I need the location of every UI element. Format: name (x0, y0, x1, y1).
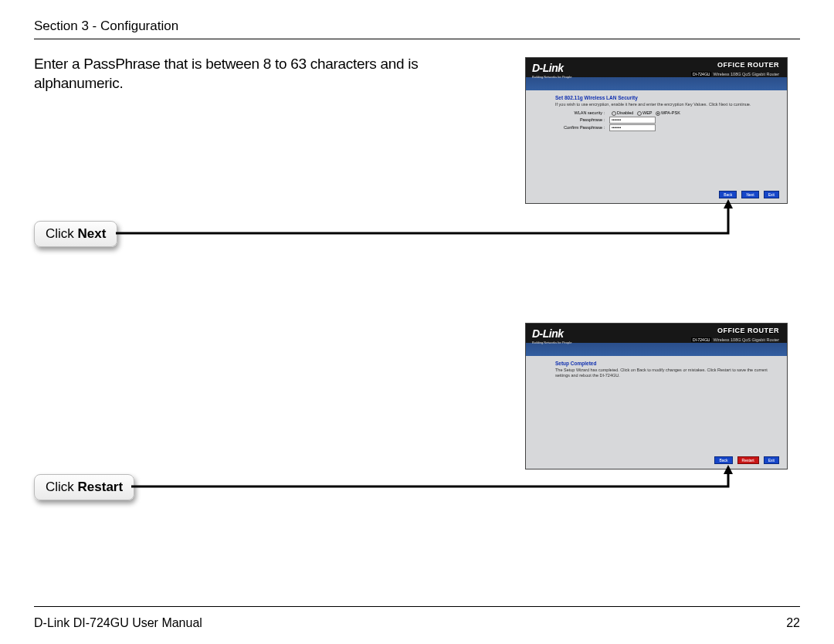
model-pill: DI-724GU (691, 337, 712, 342)
model-text: Wireless 108G QoS Gigabit Router (713, 72, 779, 76)
next-button[interactable]: Next (741, 191, 758, 198)
instruction-text: Enter a PassPhrase that is between 8 to … (34, 55, 436, 93)
divider-bottom (34, 606, 800, 607)
wlan-security-text: If you wish to use encryption, enable it… (555, 102, 779, 107)
callout-click-restart: Click Restart (34, 474, 134, 500)
wlan-security-label: WLAN security : (555, 110, 609, 115)
radio-wep[interactable] (637, 111, 642, 116)
callout-bold: Next (78, 226, 107, 241)
back-button[interactable]: Back (714, 456, 732, 464)
router-body: Set 802.11g Wireless LAN Security If you… (526, 90, 787, 203)
radio-wpa-psk-label: WPA-PSK (661, 110, 680, 115)
radio-wpa-psk[interactable] (656, 111, 660, 116)
router-screenshot-1: D-Link Building Networks for People OFFI… (525, 57, 788, 204)
passphrase-input[interactable] (609, 117, 656, 124)
confirm-passphrase-input[interactable] (609, 124, 656, 131)
back-button[interactable]: Back (719, 191, 737, 198)
exit-button[interactable]: Exit (764, 456, 779, 464)
radio-wep-label: WEP (642, 110, 652, 115)
wlan-security-radios: Disabled WEP WPA-PSK (609, 110, 680, 116)
radio-disabled[interactable] (612, 111, 616, 116)
router-body: Setup Completed The Setup Wizard has com… (526, 356, 787, 469)
router-header: D-Link Building Networks for People OFFI… (526, 58, 787, 90)
callout-prefix: Click (46, 226, 78, 241)
footer-manual-title: D-Link DI-724GU User Manual (34, 616, 202, 630)
router-screenshot-2: D-Link Building Networks for People OFFI… (525, 323, 788, 469)
passphrase-label: Passphrase : (555, 117, 609, 122)
callout-prefix: Click (46, 480, 78, 494)
section-header: Section 3 - Configuration (34, 19, 800, 34)
office-router-title: OFFICE ROUTER (717, 61, 779, 69)
dlink-logo: D-Link (532, 327, 564, 340)
exit-button[interactable]: Exit (764, 191, 779, 198)
wlan-security-row: WLAN security : Disabled WEP WPA-PSK (555, 110, 779, 116)
footer-page-number: 22 (786, 616, 800, 630)
router2-buttons: Back Restart Exit (714, 456, 779, 464)
dlink-tagline: Building Networks for People (532, 341, 571, 344)
confirm-passphrase-row: Confirm Passphrase : (555, 124, 779, 131)
router-header: D-Link Building Networks for People OFFI… (526, 324, 787, 356)
model-pill: DI-724GU (691, 72, 712, 76)
router-model-line: DI-724GUWireless 108G QoS Gigabit Router (691, 337, 779, 342)
setup-completed-text: The Setup Wizard has completed. Click on… (555, 368, 779, 378)
radio-disabled-label: Disabled (617, 110, 633, 115)
confirm-passphrase-label: Confirm Passphrase : (555, 125, 609, 130)
office-router-title: OFFICE ROUTER (717, 327, 779, 334)
model-text: Wireless 108G QoS Gigabit Router (713, 337, 779, 342)
callout-bold: Restart (78, 480, 124, 494)
passphrase-row: Passphrase : (555, 117, 779, 124)
divider-top (34, 39, 800, 39)
restart-button[interactable]: Restart (737, 456, 759, 464)
dlink-tagline: Building Networks for People (532, 75, 571, 79)
router1-buttons: Back Next Exit (719, 191, 779, 198)
setup-completed-title: Setup Completed (555, 361, 779, 366)
page-footer: D-Link DI-724GU User Manual 22 (34, 616, 800, 630)
dlink-logo: D-Link (532, 62, 564, 74)
router-model-line: DI-724GUWireless 108G QoS Gigabit Router (691, 72, 779, 76)
callout-click-next: Click Next (34, 221, 117, 247)
wlan-security-title: Set 802.11g Wireless LAN Security (555, 95, 779, 100)
